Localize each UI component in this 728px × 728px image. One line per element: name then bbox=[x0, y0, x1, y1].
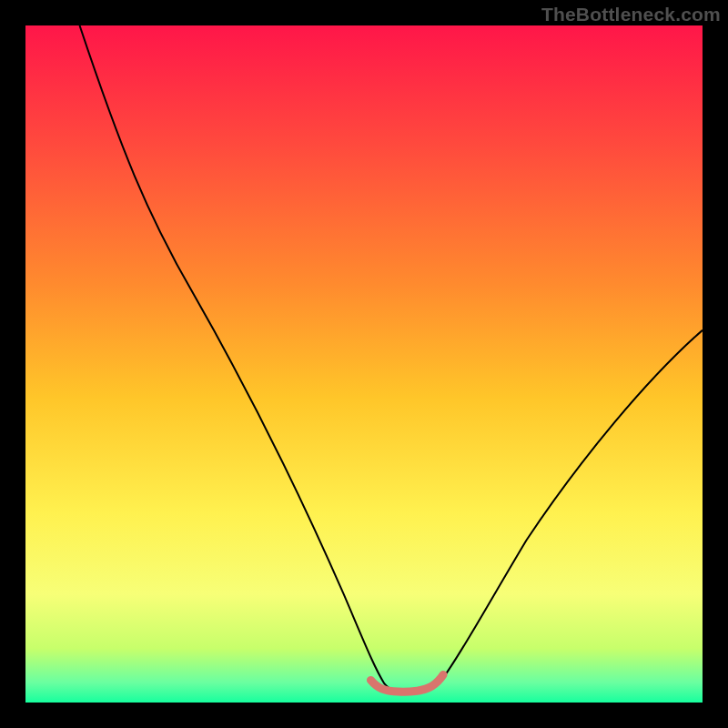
watermark-text: TheBottleneck.com bbox=[541, 4, 721, 25]
plot-area bbox=[25, 25, 703, 703]
chart-frame: TheBottleneck.com bbox=[0, 0, 728, 728]
curve-layer bbox=[25, 25, 703, 703]
bottleneck-curve bbox=[80, 25, 703, 693]
